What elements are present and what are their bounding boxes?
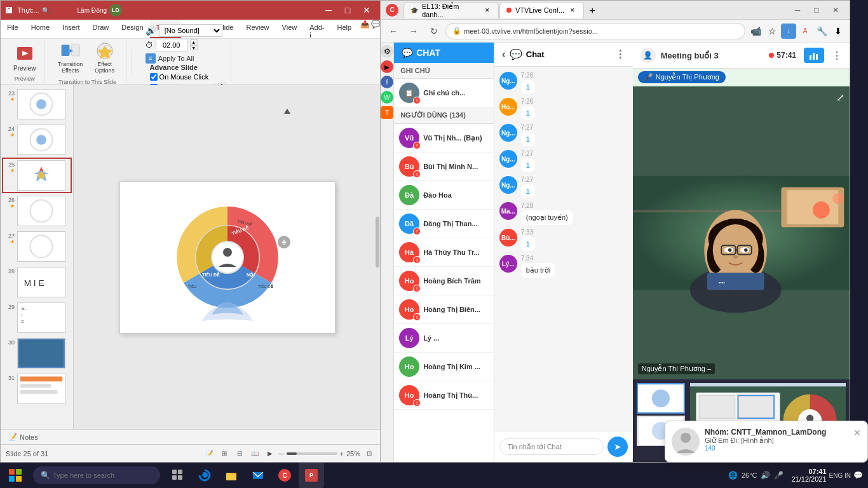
ppt-maximize-button[interactable]: □	[339, 4, 356, 17]
browser-minimize-btn[interactable]: ─	[789, 4, 806, 17]
slide-panel[interactable]: 23 ★ 24 ★ 25 ★	[1, 85, 74, 429]
slide-thumb-28[interactable]: 28 M I E	[3, 266, 71, 299]
notes-bar[interactable]: 📝 Notes	[1, 429, 381, 444]
chat-user-bu[interactable]: Bù ! Bùi Thị Minh N...	[394, 152, 494, 181]
browser-tab-el13[interactable]: 🎓 EL13: Điểm danh... ✕	[403, 2, 499, 18]
browser-refresh-btn[interactable]: ↻	[425, 22, 443, 40]
slideshow-btn[interactable]: ▶	[264, 447, 276, 460]
browser-ext2-icon[interactable]: A	[797, 24, 813, 39]
browser-tab-vtv[interactable]: VTVLive Conf... ✕	[499, 2, 584, 18]
chat-back-btn[interactable]: ‹	[502, 48, 506, 61]
chat-ghi-chu-item[interactable]: 📋 ! Ghi chú ch...	[394, 79, 494, 107]
chat-input[interactable]	[499, 438, 604, 455]
slide-collapse-btn[interactable]	[283, 107, 292, 118]
tab-insert[interactable]: Insert	[56, 20, 86, 38]
browser-back-btn[interactable]: ←	[384, 22, 402, 40]
fit-slide-btn[interactable]: ⊡	[363, 447, 376, 460]
side-tiki-icon[interactable]: T	[381, 106, 393, 119]
slide-thumb-26[interactable]: 26 ★	[3, 194, 71, 227]
reading-view-btn[interactable]: 📖	[248, 447, 261, 460]
ppt-search-icon[interactable]: 🔍	[42, 7, 50, 14]
sound-select[interactable]: [No Sound]	[159, 24, 222, 37]
browser-maximize-btn[interactable]: □	[808, 4, 825, 17]
el13-tab-close[interactable]: ✕	[484, 6, 492, 15]
on-mouse-click-checkbox[interactable]	[150, 73, 158, 81]
tab-draw[interactable]: Draw	[86, 20, 116, 38]
browser-star-icon[interactable]: ☆	[764, 24, 780, 39]
zoom-minus[interactable]: ─	[279, 450, 284, 458]
chat-user-ha[interactable]: Hà ! Hà Thùy Thu Tr...	[394, 238, 494, 267]
vtv-tab-close[interactable]: ✕	[568, 6, 577, 15]
browser-ext1-icon[interactable]: ↓	[781, 24, 796, 39]
slide-thumb-23[interactable]: 23 ★	[3, 88, 71, 121]
video-more-btn[interactable]: ⋮	[832, 50, 842, 62]
new-tab-btn[interactable]: +	[585, 3, 600, 18]
video-bar-chart[interactable]	[804, 48, 824, 63]
taskbar-coccoc-icon[interactable]: C	[272, 463, 297, 488]
taskbar-network-icon[interactable]: 🌐	[728, 471, 738, 480]
tab-design[interactable]: Design	[115, 20, 149, 38]
zoom-plus[interactable]: +	[340, 450, 344, 458]
slide-thumb-29[interactable]: 29 M...IE	[3, 301, 71, 334]
side-settings-icon[interactable]: ⚙	[381, 45, 393, 58]
taskbar-explorer-icon[interactable]	[219, 463, 244, 488]
taskbar-ppt-icon[interactable]: P	[299, 463, 324, 488]
chat-more-btn[interactable]: ⋮	[615, 48, 625, 60]
tab-file[interactable]: File	[1, 20, 25, 38]
tab-view[interactable]: View	[276, 20, 304, 38]
duration-down[interactable]: ▼	[190, 45, 198, 50]
tab-home[interactable]: Home	[25, 20, 56, 38]
slide-thumb-27[interactable]: 27 ★	[3, 230, 71, 263]
ppt-close-button[interactable]: ✕	[358, 4, 376, 17]
side-whatsapp-icon[interactable]: W	[381, 91, 393, 104]
tab-addi[interactable]: Add-i	[303, 20, 330, 38]
browser-close-btn[interactable]: ✕	[827, 4, 844, 17]
add-element-btn[interactable]: +	[278, 236, 290, 248]
chat-user-hoang-thu[interactable]: Ho ! Hoàng Thị Thù...	[394, 381, 494, 410]
duration-input[interactable]	[156, 39, 187, 51]
chat-send-btn[interactable]: ➤	[607, 437, 628, 457]
slide-thumb-24[interactable]: 24 ★	[3, 123, 71, 156]
chat-user-hoang-tram[interactable]: Ho ! Hoàng Bích Trâm	[394, 267, 494, 295]
chat-user-ly[interactable]: Lý Lý ...	[394, 324, 494, 353]
taskbar-mail-icon[interactable]	[245, 463, 271, 488]
notes-view-btn[interactable]: 📝	[203, 447, 215, 460]
browser-ext4-icon[interactable]: ⬇	[831, 24, 846, 39]
duration-up[interactable]: ▲	[190, 39, 198, 44]
taskbar-search-input[interactable]	[53, 471, 142, 479]
transition-effects-button[interactable]: Transition Effects	[55, 38, 86, 76]
tab-help[interactable]: Help	[330, 20, 358, 38]
notif-close-btn[interactable]: ✕	[853, 428, 861, 438]
slide-sorter-btn[interactable]: ⊟	[233, 447, 246, 460]
video-maximize-btn[interactable]: ⤢	[836, 92, 844, 104]
taskbar-task-view[interactable]	[165, 463, 191, 488]
chat-ghi-chu-header[interactable]: GHI CHÚ	[394, 63, 494, 79]
taskbar-search-bar[interactable]: 🔍	[33, 466, 160, 484]
ribbon-share-icon[interactable]: 📤	[360, 20, 370, 38]
slide-thumb-31[interactable]: 31	[3, 372, 71, 405]
slide-thumb-25[interactable]: 25 ★	[3, 159, 71, 192]
chat-nguoi-dung-header[interactable]: NGƯỜI DÙNG (134)	[394, 107, 494, 124]
side-youtube-icon[interactable]: ▶	[381, 60, 393, 73]
taskbar-mic-icon[interactable]: 🎤	[774, 471, 783, 480]
normal-view-btn[interactable]: ⊞	[218, 447, 231, 460]
preview-button[interactable]: Preview	[11, 42, 39, 74]
browser-video-icon[interactable]: 📹	[748, 24, 763, 39]
taskbar-edge-icon[interactable]	[192, 463, 217, 488]
chat-user-da[interactable]: Đà Đào Hoa	[394, 181, 494, 210]
browser-ext3-icon[interactable]: 🔧	[814, 24, 829, 39]
tab-review[interactable]: Review	[240, 20, 275, 38]
apply-to-all-button[interactable]: Apply To All	[158, 55, 194, 62]
browser-forward-btn[interactable]: →	[405, 22, 423, 40]
browser-address-bar[interactable]: 🔒 meet-03.vtvlive.vn/html5client/join?se…	[445, 23, 745, 39]
start-button[interactable]	[0, 463, 31, 488]
zoom-slider[interactable]	[287, 452, 337, 455]
ppt-minimize-button[interactable]: ─	[320, 4, 337, 17]
side-facebook-icon[interactable]: f	[381, 76, 393, 88]
slide-thumb-30[interactable]: 30	[3, 337, 71, 370]
taskbar-notification-icon[interactable]: 💬	[853, 471, 863, 480]
effect-options-button[interactable]: Effect Options	[89, 38, 121, 76]
chat-user-dang[interactable]: Đã ! Đăng Thị Than...	[394, 210, 494, 238]
chat-user-hoang-bien[interactable]: Ho ! Hoàng Thị Biên...	[394, 295, 494, 324]
taskbar-speaker-icon[interactable]: 🔊	[761, 471, 770, 480]
